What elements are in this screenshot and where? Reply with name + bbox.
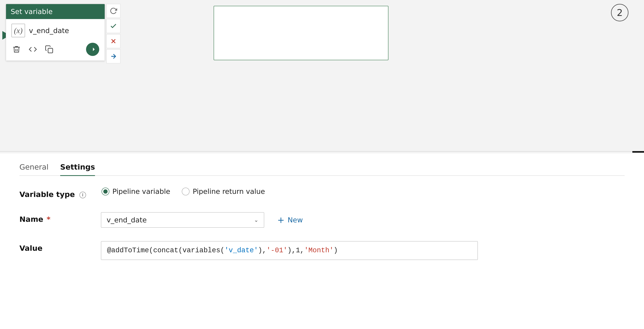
value-label: Value — [20, 241, 86, 252]
bottom-panel: General Settings Variable type i Pipelin… — [0, 154, 644, 329]
confirm-button[interactable] — [106, 19, 120, 33]
code-minus01: '-01' — [266, 246, 288, 254]
code-prefix: @addToTime(concat(variables( — [107, 246, 224, 254]
variable-icon: (x) — [12, 24, 25, 37]
code-icon[interactable] — [28, 44, 38, 54]
radio-return-value[interactable]: Pipeline return value — [182, 188, 265, 196]
variable-type-controls: Pipeline variable Pipeline return value — [102, 188, 624, 196]
rotate-button[interactable] — [106, 4, 120, 18]
chevron-down-icon: ⌄ — [254, 217, 258, 223]
code-month: 'Month' — [304, 246, 334, 254]
radio-circle-return — [182, 188, 190, 196]
side-actions — [106, 4, 120, 63]
variable-row: (x) v_end_date — [12, 24, 99, 37]
code-comma1: ), — [258, 246, 266, 254]
required-indicator: * — [46, 215, 50, 224]
card-body: (x) v_end_date — [6, 19, 105, 60]
variable-type-label: Variable type i — [20, 188, 86, 199]
radio-group: Pipeline variable Pipeline return value — [102, 188, 265, 196]
name-row: Name * v_end_date ⌄ + New — [20, 212, 624, 228]
variable-name-label: v_end_date — [29, 26, 69, 34]
navigate-button[interactable] — [106, 49, 120, 63]
name-controls: v_end_date ⌄ + New — [101, 212, 624, 228]
tab-general[interactable]: General — [20, 163, 48, 176]
card-header: Set variable — [6, 4, 105, 19]
value-code-box[interactable]: @addToTime(concat(variables('v_date'),'-… — [101, 241, 478, 260]
code-v-date: 'v_date' — [224, 246, 258, 254]
set-variable-card: Set variable (x) v_end_date — [6, 4, 105, 61]
card-actions — [12, 43, 99, 56]
tab-settings[interactable]: Settings — [60, 163, 95, 176]
cancel-button[interactable] — [106, 34, 120, 48]
value-row: Value @addToTime(concat(variables('v_dat… — [20, 241, 624, 260]
copy-icon[interactable] — [44, 44, 54, 54]
new-button[interactable]: + New — [274, 213, 307, 228]
green-border-box — [214, 6, 388, 60]
value-controls: @addToTime(concat(variables('v_date'),'-… — [101, 241, 624, 260]
delete-icon[interactable] — [12, 44, 22, 54]
plus-icon: + — [277, 216, 284, 224]
code-close: ) — [334, 246, 338, 254]
code-comma2: ),1, — [288, 246, 304, 254]
name-dropdown[interactable]: v_end_date ⌄ — [101, 212, 264, 228]
radio-pipeline-variable[interactable]: Pipeline variable — [102, 188, 170, 196]
info-icon[interactable]: i — [80, 192, 86, 198]
go-button[interactable] — [86, 43, 99, 56]
tab-bar: General Settings — [20, 163, 624, 176]
radio-circle-pipeline — [102, 188, 109, 196]
canvas-area: 2 Set variable (x) v_end_date — [0, 0, 644, 152]
black-bar — [632, 151, 644, 153]
name-label: Name * — [20, 212, 86, 224]
panel-divider — [0, 151, 644, 152]
variable-type-row: Variable type i Pipeline variable Pipeli… — [20, 188, 624, 199]
step-circle: 2 — [611, 4, 628, 21]
svg-rect-0 — [48, 48, 53, 53]
